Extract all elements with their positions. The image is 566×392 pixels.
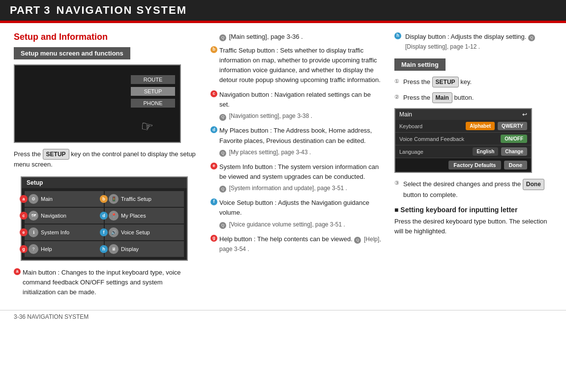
keyboard-body: Press the desired keyboard type button. … xyxy=(394,217,552,236)
badge-d: d xyxy=(100,212,108,220)
help-icon: ? xyxy=(29,244,38,254)
section-title: Setup and Information xyxy=(14,32,197,42)
ms-row-language: Language English Change xyxy=(395,145,531,158)
display-item-h: h Display button : Adjusts the display s… xyxy=(394,32,552,52)
menu-item-sysinfo: e ℹ System Info xyxy=(25,224,104,240)
ms-back-icon: ↩ xyxy=(522,111,527,118)
setup-menu-body: a ⚙ Main b 🚦 Traffic Setup c 🗺 Navigatio… xyxy=(22,188,187,260)
ms-btn-change[interactable]: Change xyxy=(501,147,527,156)
mid-badge-e: e xyxy=(210,163,217,169)
ms-row-voice: Voice Command Feedback ON/OFF xyxy=(395,133,531,145)
badge-c: c xyxy=(20,212,28,220)
part-label: PART 3 xyxy=(10,4,51,17)
step3: ③ Select the desired changes and press t… xyxy=(394,179,552,200)
ms-label-keyboard: Keyboard xyxy=(399,123,463,129)
menu-item-traffic: b 🚦 Traffic Setup xyxy=(105,191,184,207)
voicesetup-icon: 🔊 xyxy=(109,227,119,237)
setup-menu-wrapper: Setup a ⚙ Main b 🚦 Traffic Setup xyxy=(14,176,197,261)
ref-icon-display: Q xyxy=(528,34,535,41)
ms-btn-english[interactable]: English xyxy=(473,147,498,156)
para-a: a Main button : Changes to the input key… xyxy=(14,268,197,297)
mid-item-b: b Traffic Setup button : Sets whether to… xyxy=(210,46,383,85)
menu-item-myplaces: d 📍 My Places xyxy=(105,208,184,224)
para-badge-a: a xyxy=(14,268,21,275)
menu-item-voicesetup: f 🔊 Voice Setup xyxy=(105,224,184,240)
badge-g: g xyxy=(20,245,28,253)
hand-pointer-icon: ☞ xyxy=(139,117,154,136)
ref-nav: Q [Navigation setting], page 3-38 . xyxy=(219,111,383,121)
badge-a: a xyxy=(20,195,28,203)
screen-menu-route: ROUTE xyxy=(131,75,175,84)
main-setting-box: Main setting xyxy=(394,58,446,71)
badge-h: h xyxy=(100,245,108,253)
menu-item-main: a ⚙ Main xyxy=(25,191,104,207)
ms-btn-qwerty[interactable]: QWERTY xyxy=(498,122,527,130)
ms-label-language: Language xyxy=(399,149,470,155)
traffic-icon: 🚦 xyxy=(109,194,119,204)
setup-key-right: SETUP xyxy=(432,77,459,87)
section-box-left: Setup menu screen and functions xyxy=(14,47,130,59)
ref-sysinfo: Q [System information and update], page … xyxy=(219,183,383,193)
navigation-icon: 🗺 xyxy=(29,211,38,221)
page-header: PART 3 NAVIGATION SYSTEM xyxy=(0,0,566,22)
main-icon: ⚙ xyxy=(29,194,38,204)
ref-voice: Q [Voice guidance volume setting], page … xyxy=(219,220,383,229)
ms-label-voice: Voice Command Feedback xyxy=(399,136,498,142)
screen-mockup: ROUTE SETUP PHONE ☞ xyxy=(14,64,181,143)
badge-f: f xyxy=(100,228,108,236)
step2-num: ② xyxy=(394,93,399,101)
mid-item-d: d My Places button : The Address book, H… xyxy=(210,126,383,157)
mid-item-c: c Navigation button : Navigation related… xyxy=(210,90,383,121)
done-key-right: Done xyxy=(523,179,544,190)
step1-num: ① xyxy=(394,77,399,85)
factory-defaults-btn[interactable]: Factory Defaults xyxy=(448,161,501,169)
screen-menu-phone: PHONE xyxy=(131,99,175,108)
ref-icon-help: Q xyxy=(354,237,361,244)
main-setting-mockup: Main ↩ Keyboard Alphabet QWERTY Voice Co… xyxy=(394,108,532,173)
ref-myplaces: Q [My places setting], page 3-43 . xyxy=(219,147,383,157)
menu-item-help: g ? Help xyxy=(25,241,104,257)
menu-item-display: h 🖥 Display xyxy=(105,241,184,257)
ref-icon-main: Q xyxy=(219,34,226,41)
ref-icon-sysinfo: Q xyxy=(219,186,226,193)
badge-b: b xyxy=(100,195,108,203)
ms-header: Main ↩ xyxy=(395,109,531,120)
myplaces-icon: 📍 xyxy=(109,211,119,221)
setup-menu-mockup: Setup a ⚙ Main b 🚦 Traffic Setup xyxy=(21,176,188,261)
press-setup-text: Press the SETUP key on the control panel… xyxy=(14,149,197,169)
badge-e: e xyxy=(20,228,28,236)
mid-item-g: g Help button : The help contents can be… xyxy=(210,234,383,254)
ms-footer: Factory Defaults Done xyxy=(395,158,531,172)
ref-icon-myplaces: Q xyxy=(219,150,226,157)
menu-item-navigation: c 🗺 Navigation xyxy=(25,208,104,224)
setup-key-btn: SETUP xyxy=(43,149,69,160)
ref-icon-voice: Q xyxy=(219,222,226,229)
mid-badge-f: f xyxy=(210,198,217,205)
ref-main-setting: Q [Main setting], page 3-36 . xyxy=(210,32,383,42)
screen-menu-setup: SETUP xyxy=(131,87,175,96)
mid-column: Q [Main setting], page 3-36 . b Traffic … xyxy=(206,32,387,302)
display-icon: 🖥 xyxy=(109,244,119,254)
setup-menu-header: Setup xyxy=(22,177,187,188)
mid-badge-c: c xyxy=(210,90,217,97)
ref-icon-nav: Q xyxy=(219,114,226,121)
step1: ① Press the SETUP key. xyxy=(394,77,552,87)
done-btn[interactable]: Done xyxy=(504,161,528,169)
mid-badge-b: b xyxy=(210,46,217,53)
mid-badge-d: d xyxy=(210,126,217,133)
right-column: h Display button : Adjusts the display s… xyxy=(387,32,552,302)
left-column: Setup and Information Setup menu screen … xyxy=(14,32,206,302)
mid-item-f: f Voice Setup button : Adjusts the Navig… xyxy=(210,198,383,229)
ms-row-keyboard: Keyboard Alphabet QWERTY xyxy=(395,120,531,133)
screen-menu-list: ROUTE SETUP PHONE xyxy=(131,75,175,108)
page-footer: 3-36 NAVIGATION SYSTEM xyxy=(0,310,566,323)
mid-badge-g: g xyxy=(210,235,217,242)
keyboard-section-title: ■ Setting keyboard for inputting letter xyxy=(394,206,552,214)
ms-btn-alphabet[interactable]: Alphabet xyxy=(466,122,495,130)
sysinfo-icon: ℹ xyxy=(29,227,38,237)
page-title: NAVIGATION SYSTEM xyxy=(57,4,187,17)
main-key-right: Main xyxy=(432,92,452,103)
ms-btn-onoff[interactable]: ON/OFF xyxy=(501,135,527,143)
step3-num: ③ xyxy=(394,179,399,187)
mid-item-e: e System Info button : The system versio… xyxy=(210,162,383,193)
